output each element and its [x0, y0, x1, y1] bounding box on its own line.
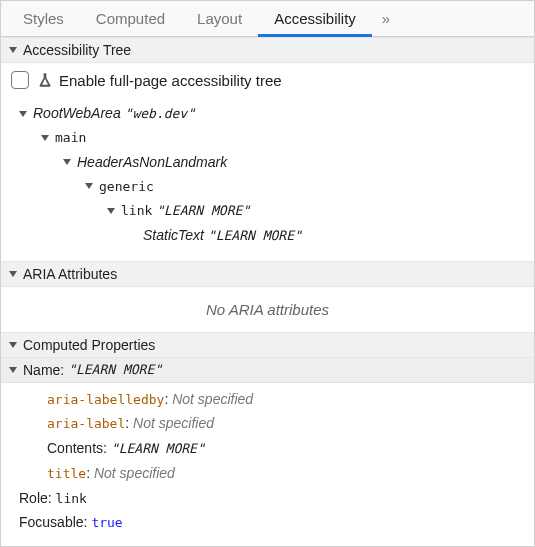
- tree-node-link[interactable]: link "LEARN MORE": [19, 198, 524, 223]
- chevron-down-icon: [41, 135, 49, 141]
- tab-layout[interactable]: Layout: [181, 1, 258, 37]
- tab-computed[interactable]: Computed: [80, 1, 181, 37]
- prop-contents: Contents: "LEARN MORE": [31, 436, 526, 461]
- prop-title: title: Not specified: [31, 461, 526, 486]
- tree-node-statictext[interactable]: StaticText "LEARN MORE": [19, 223, 524, 248]
- attr-value: "LEARN MORE": [111, 441, 205, 456]
- tab-styles[interactable]: Styles: [7, 1, 80, 37]
- attr-name: aria-labelledby: [47, 392, 164, 407]
- attr-name: Role:: [19, 490, 52, 506]
- node-role: generic: [99, 175, 154, 198]
- enable-full-page-row: Enable full-page accessibility tree: [1, 63, 534, 97]
- prop-role: Role: link: [19, 486, 526, 511]
- chevron-down-icon: [9, 271, 17, 277]
- section-title: Computed Properties: [23, 337, 155, 353]
- prop-focusable: Focusable: true: [19, 510, 526, 535]
- chevron-down-icon: [9, 342, 17, 348]
- tree-node-root[interactable]: RootWebArea "web.dev": [19, 101, 524, 126]
- node-role: RootWebArea: [33, 101, 121, 126]
- chevron-down-icon: [19, 111, 27, 117]
- chevron-down-icon: [107, 208, 115, 214]
- attr-value: Not specified: [172, 391, 253, 407]
- node-name: "LEARN MORE": [208, 224, 302, 247]
- tree-node-generic[interactable]: generic: [19, 175, 524, 198]
- node-role: main: [55, 126, 86, 149]
- attr-name: Contents:: [47, 440, 107, 456]
- attr-value: link: [56, 491, 87, 506]
- enable-full-page-label: Enable full-page accessibility tree: [59, 72, 282, 89]
- section-title: ARIA Attributes: [23, 266, 117, 282]
- section-a11y-tree-header[interactable]: Accessibility Tree: [1, 37, 534, 63]
- prop-aria-labelledby: aria-labelledby: Not specified: [31, 387, 526, 412]
- attr-name: Focusable:: [19, 514, 87, 530]
- aria-empty-message: No ARIA attributes: [1, 287, 534, 332]
- attr-name: title: [47, 466, 86, 481]
- node-name: "web.dev": [125, 102, 195, 125]
- section-computed-header[interactable]: Computed Properties: [1, 332, 534, 358]
- attr-name: aria-label: [47, 416, 125, 431]
- chevron-down-icon: [85, 183, 93, 189]
- attr-value: Not specified: [94, 465, 175, 481]
- attr-value: Not specified: [133, 415, 214, 431]
- chevron-down-icon: [9, 47, 17, 53]
- a11y-tree: RootWebArea "web.dev" main HeaderAsNonLa…: [1, 97, 534, 261]
- section-aria-header[interactable]: ARIA Attributes: [1, 261, 534, 287]
- flask-icon: [37, 72, 53, 88]
- chevron-down-icon: [9, 367, 17, 373]
- tabs-overflow[interactable]: »: [372, 1, 400, 37]
- name-label: Name:: [23, 362, 64, 378]
- name-value: "LEARN MORE": [68, 362, 162, 377]
- node-name: "LEARN MORE": [156, 199, 250, 222]
- section-title: Accessibility Tree: [23, 42, 131, 58]
- node-role: link: [121, 199, 152, 222]
- node-role: HeaderAsNonLandmark: [77, 150, 227, 175]
- computed-name-row[interactable]: Name: "LEARN MORE": [1, 358, 534, 383]
- prop-aria-label: aria-label: Not specified: [31, 411, 526, 436]
- tab-accessibility[interactable]: Accessibility: [258, 1, 372, 37]
- tree-node-main[interactable]: main: [19, 126, 524, 149]
- node-role: StaticText: [143, 223, 204, 248]
- devtools-tabs: Styles Computed Layout Accessibility »: [1, 1, 534, 37]
- attr-value: true: [91, 515, 122, 530]
- enable-full-page-checkbox[interactable]: [11, 71, 29, 89]
- chevron-down-icon: [63, 159, 71, 165]
- tree-node-header[interactable]: HeaderAsNonLandmark: [19, 150, 524, 175]
- computed-properties: aria-labelledby: Not specified aria-labe…: [1, 383, 534, 546]
